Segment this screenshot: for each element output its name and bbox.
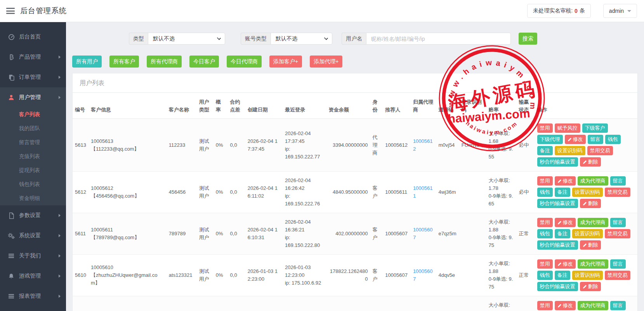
disable-trading-button[interactable]: 禁用交易 <box>587 146 613 155</box>
operation-button-label: 修改 <box>563 261 573 268</box>
sub-agents-button[interactable]: 下级代理 <box>537 135 563 144</box>
become-agent-button[interactable]: 成为代理商 <box>578 259 608 269</box>
cell-operations: 禁用修改成为代理商留言钱包备注设置识别码禁用交易秒合约输赢设置删除 <box>535 213 637 255</box>
type-select[interactable]: 默认不选 <box>148 33 225 45</box>
sidebar-item-game-management[interactable]: 游戏管理 <box>0 266 66 286</box>
edit-button[interactable]: 修改 <box>555 259 576 269</box>
sidebar-subitem-message-management[interactable]: 留言管理 <box>0 136 66 149</box>
agent-link[interactable]: 10005611 <box>413 185 433 199</box>
hamburger-menu-icon[interactable] <box>6 8 15 14</box>
become-agent-button[interactable]: 成为代理商 <box>578 218 608 227</box>
become-agent-button[interactable]: 成为代理商 <box>578 176 608 186</box>
cell-last-login: 2026-01-0312:23:00ip: 175.100.6.92 <box>283 255 326 296</box>
message-button[interactable]: 留言 <box>610 218 626 227</box>
chevron-down-icon <box>217 36 221 40</box>
delete-button[interactable]: 删除 <box>580 157 601 167</box>
pending-review-count: 0 <box>575 8 578 14</box>
edit-button[interactable]: 修改 <box>565 135 586 144</box>
set-id-code-button[interactable]: 设置识别码 <box>555 146 585 155</box>
message-button[interactable]: 留言 <box>610 176 626 186</box>
pencil-icon <box>557 221 562 225</box>
sidebar-subitem-fund-details[interactable]: 资金明细 <box>0 191 66 205</box>
disable-trading-button[interactable]: 禁用交易 <box>605 271 630 280</box>
table-row: 561110005611【789789@qq.com】789789测试用户0%0… <box>73 213 637 255</box>
sidebar-item-product-management[interactable]: 产品管理 <box>0 47 66 67</box>
operation-button-label: 成为代理商 <box>580 219 606 226</box>
cell-balance <box>326 296 370 311</box>
type-filter-group: 类型 默认不选 <box>129 33 225 45</box>
delete-button[interactable]: 删除 <box>580 240 601 250</box>
operation-button-label: 设置识别码 <box>557 147 583 154</box>
second-contract-winloss-button[interactable]: 秒合约输赢设置 <box>537 157 578 167</box>
sidebar-item-user-management[interactable]: 用户管理 <box>0 87 66 108</box>
disable-button[interactable]: 禁用 <box>537 218 553 227</box>
disable-button[interactable]: 禁用 <box>537 259 553 269</box>
sidebar-subitem-withdrawal-list[interactable]: 提现列表 <box>0 163 66 177</box>
type-filter-label: 类型 <box>129 33 148 45</box>
sidebar-subitem-recharge-list[interactable]: 充值列表 <box>0 149 66 163</box>
sidebar-item-system-settings[interactable]: 系统设置 <box>0 226 66 246</box>
agent-link[interactable]: 10005607 <box>413 268 433 282</box>
username-input[interactable] <box>366 33 511 45</box>
agent-link[interactable]: 10005607 <box>413 227 433 240</box>
disable-trading-button[interactable]: 禁用交易 <box>605 229 630 238</box>
sidebar-subitem-customer-list[interactable]: 客户列表 <box>0 108 66 122</box>
set-id-code-button[interactable]: 设置识别码 <box>572 188 603 197</box>
message-button[interactable]: 留言 <box>610 301 626 310</box>
account-type-select[interactable]: 默认不选 <box>271 33 332 45</box>
add-agent-button[interactable]: 添加代理+ <box>310 56 342 68</box>
remark-button[interactable]: 备注 <box>537 146 553 155</box>
pending-review-badge[interactable]: 未处理实名审核: 0 条 <box>527 4 591 18</box>
remark-button[interactable]: 备注 <box>555 229 570 238</box>
sidebar-item-dashboard[interactable]: 后台首页 <box>0 27 66 47</box>
message-button[interactable]: 留言 <box>588 135 603 144</box>
remark-button[interactable]: 备注 <box>555 188 570 197</box>
disable-button[interactable]: 禁用 <box>537 123 553 133</box>
sidebar-menu: 后台首页产品管理订单管理用户管理客户列表我的团队留言管理充值列表提现列表钱包列表… <box>0 27 66 306</box>
set-id-code-button[interactable]: 设置识别码 <box>572 229 603 238</box>
wallet-button[interactable]: 钱包 <box>537 188 553 197</box>
become-agent-button[interactable]: 成为代理商 <box>578 301 608 310</box>
add-customer-button[interactable]: 添加客户+ <box>269 56 302 68</box>
second-contract-winloss-button[interactable]: 秒合约输赢设置 <box>537 240 578 250</box>
edit-button[interactable]: 修改 <box>555 176 576 186</box>
message-button[interactable]: 留言 <box>610 259 626 269</box>
sidebar-item-parameter-settings[interactable]: 参数设置 <box>0 205 66 226</box>
sidebar-subitem-wallet-list[interactable]: 钱包列表 <box>0 177 66 191</box>
operation-button-label: 删除 <box>588 283 598 290</box>
wallet-button[interactable]: 钱包 <box>537 271 553 280</box>
today-customers-button[interactable]: 今日客户 <box>189 56 219 68</box>
disable-trading-button[interactable]: 禁用交易 <box>605 188 630 197</box>
pencil-icon <box>583 285 587 289</box>
second-contract-winloss-button[interactable]: 秒合约输赢设置 <box>537 199 578 208</box>
wallet-button[interactable]: 钱包 <box>605 135 621 144</box>
disable-button[interactable]: 禁用 <box>537 176 553 186</box>
edit-button[interactable]: 修改 <box>555 301 576 310</box>
search-button[interactable]: 搜索 <box>519 33 537 45</box>
edit-button[interactable]: 修改 <box>555 218 576 227</box>
delete-button[interactable]: 删除 <box>580 199 601 208</box>
column-header-2: 客户名称 <box>167 93 197 119</box>
all-agents-button[interactable]: 所有代理商 <box>147 56 182 68</box>
agent-link[interactable]: 10005612 <box>413 138 433 152</box>
second-contract-winloss-button[interactable]: 秒合约输赢设置 <box>537 282 578 291</box>
sidebar-item-report-management[interactable]: 报表管理 <box>0 286 66 306</box>
cell-contract-spread: 0,0 <box>228 255 245 296</box>
assign-risk-control-button[interactable]: 赋予风控 <box>555 123 580 133</box>
sub-customers-button[interactable]: 下级客户 <box>582 123 608 133</box>
sidebar-item-order-management[interactable]: 订单管理 <box>0 67 66 87</box>
wallet-button[interactable]: 钱包 <box>537 229 553 238</box>
sidebar-item-label: 用户管理 <box>19 94 41 101</box>
admin-user-menu[interactable]: admin <box>603 4 637 18</box>
disable-button[interactable]: 禁用 <box>537 301 553 310</box>
delete-button[interactable]: 删除 <box>580 282 601 291</box>
all-customers-button[interactable]: 所有客户 <box>109 56 139 68</box>
sidebar-subitem-my-team[interactable]: 我的团队 <box>0 122 66 136</box>
today-agents-button[interactable]: 今日代理商 <box>227 56 262 68</box>
pending-review-label: 未处理实名审核: <box>533 7 573 14</box>
all-users-button[interactable]: 所有用户 <box>72 56 102 68</box>
chevron-down-icon <box>324 36 328 40</box>
remark-button[interactable]: 备注 <box>555 271 570 280</box>
set-id-code-button[interactable]: 设置识别码 <box>572 271 603 280</box>
sidebar-item-about-us[interactable]: 关于我们 <box>0 246 66 266</box>
